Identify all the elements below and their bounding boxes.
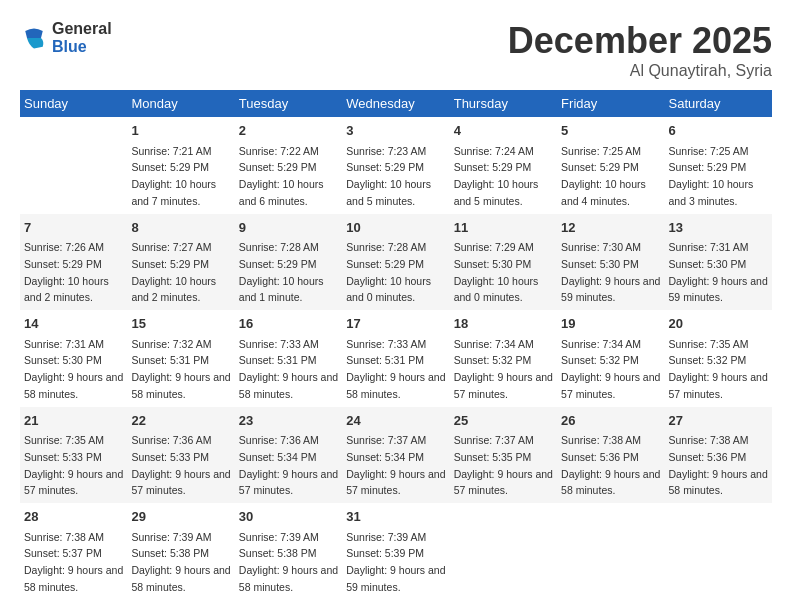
sunset-text: Sunset: 5:37 PM [24,547,102,559]
day-number: 28 [24,507,123,527]
sunrise-text: Sunrise: 7:25 AM [669,145,749,157]
day-number: 10 [346,218,445,238]
sunrise-text: Sunrise: 7:23 AM [346,145,426,157]
calendar-cell: 15Sunrise: 7:32 AMSunset: 5:31 PMDayligh… [127,310,234,407]
logo: General Blue [20,20,112,56]
calendar-cell: 4Sunrise: 7:24 AMSunset: 5:29 PMDaylight… [450,117,557,214]
sunrise-text: Sunrise: 7:36 AM [239,434,319,446]
calendar-cell: 14Sunrise: 7:31 AMSunset: 5:30 PMDayligh… [20,310,127,407]
day-number: 24 [346,411,445,431]
sunrise-text: Sunrise: 7:37 AM [346,434,426,446]
day-number: 7 [24,218,123,238]
calendar-cell: 12Sunrise: 7:30 AMSunset: 5:30 PMDayligh… [557,214,664,311]
daylight-text: Daylight: 9 hours and 57 minutes. [24,468,123,497]
calendar-cell: 9Sunrise: 7:28 AMSunset: 5:29 PMDaylight… [235,214,342,311]
calendar-cell: 10Sunrise: 7:28 AMSunset: 5:29 PMDayligh… [342,214,449,311]
sunrise-text: Sunrise: 7:27 AM [131,241,211,253]
calendar-cell: 3Sunrise: 7:23 AMSunset: 5:29 PMDaylight… [342,117,449,214]
daylight-text: Daylight: 10 hours and 4 minutes. [561,178,646,207]
calendar-cell [20,117,127,214]
sunset-text: Sunset: 5:29 PM [131,161,209,173]
daylight-text: Daylight: 10 hours and 5 minutes. [454,178,539,207]
sunset-text: Sunset: 5:29 PM [669,161,747,173]
day-number: 29 [131,507,230,527]
sunrise-text: Sunrise: 7:39 AM [131,531,211,543]
page-header: General Blue December 2025 Al Qunaytirah… [20,20,772,80]
sunrise-text: Sunrise: 7:30 AM [561,241,641,253]
daylight-text: Daylight: 9 hours and 58 minutes. [669,468,768,497]
sunset-text: Sunset: 5:29 PM [561,161,639,173]
day-number: 23 [239,411,338,431]
daylight-text: Daylight: 9 hours and 57 minutes. [346,468,445,497]
day-number: 27 [669,411,768,431]
daylight-text: Daylight: 10 hours and 7 minutes. [131,178,216,207]
sunset-text: Sunset: 5:35 PM [454,451,532,463]
daylight-text: Daylight: 9 hours and 57 minutes. [561,371,660,400]
calendar-cell: 13Sunrise: 7:31 AMSunset: 5:30 PMDayligh… [665,214,772,311]
sunrise-text: Sunrise: 7:26 AM [24,241,104,253]
sunset-text: Sunset: 5:38 PM [131,547,209,559]
calendar-cell: 27Sunrise: 7:38 AMSunset: 5:36 PMDayligh… [665,407,772,504]
daylight-text: Daylight: 9 hours and 57 minutes. [131,468,230,497]
sunset-text: Sunset: 5:36 PM [669,451,747,463]
day-number: 21 [24,411,123,431]
sunset-text: Sunset: 5:31 PM [131,354,209,366]
week-row-2: 7Sunrise: 7:26 AMSunset: 5:29 PMDaylight… [20,214,772,311]
sunrise-text: Sunrise: 7:39 AM [346,531,426,543]
daylight-text: Daylight: 9 hours and 59 minutes. [561,275,660,304]
sunset-text: Sunset: 5:33 PM [24,451,102,463]
sunset-text: Sunset: 5:29 PM [239,161,317,173]
sunset-text: Sunset: 5:31 PM [346,354,424,366]
calendar-cell: 7Sunrise: 7:26 AMSunset: 5:29 PMDaylight… [20,214,127,311]
sunset-text: Sunset: 5:29 PM [346,258,424,270]
day-number: 25 [454,411,553,431]
daylight-text: Daylight: 9 hours and 58 minutes. [24,564,123,593]
week-row-4: 21Sunrise: 7:35 AMSunset: 5:33 PMDayligh… [20,407,772,504]
week-row-1: 1Sunrise: 7:21 AMSunset: 5:29 PMDaylight… [20,117,772,214]
daylight-text: Daylight: 9 hours and 59 minutes. [346,564,445,593]
daylight-text: Daylight: 9 hours and 58 minutes. [561,468,660,497]
sunset-text: Sunset: 5:32 PM [454,354,532,366]
sunset-text: Sunset: 5:29 PM [454,161,532,173]
sunset-text: Sunset: 5:29 PM [24,258,102,270]
calendar-cell: 8Sunrise: 7:27 AMSunset: 5:29 PMDaylight… [127,214,234,311]
month-title: December 2025 [508,20,772,62]
daylight-text: Daylight: 9 hours and 57 minutes. [239,468,338,497]
sunset-text: Sunset: 5:30 PM [454,258,532,270]
calendar-cell [450,503,557,600]
day-number: 20 [669,314,768,334]
calendar-cell [665,503,772,600]
calendar-cell: 30Sunrise: 7:39 AMSunset: 5:38 PMDayligh… [235,503,342,600]
daylight-text: Daylight: 9 hours and 58 minutes. [131,564,230,593]
day-number: 16 [239,314,338,334]
calendar-cell: 25Sunrise: 7:37 AMSunset: 5:35 PMDayligh… [450,407,557,504]
sunset-text: Sunset: 5:30 PM [669,258,747,270]
calendar-cell: 18Sunrise: 7:34 AMSunset: 5:32 PMDayligh… [450,310,557,407]
calendar-cell: 17Sunrise: 7:33 AMSunset: 5:31 PMDayligh… [342,310,449,407]
weekday-header-wednesday: Wednesday [342,90,449,117]
calendar-cell: 5Sunrise: 7:25 AMSunset: 5:29 PMDaylight… [557,117,664,214]
day-number: 17 [346,314,445,334]
weekday-header-sunday: Sunday [20,90,127,117]
calendar-cell: 26Sunrise: 7:38 AMSunset: 5:36 PMDayligh… [557,407,664,504]
sunset-text: Sunset: 5:29 PM [346,161,424,173]
sunrise-text: Sunrise: 7:21 AM [131,145,211,157]
day-number: 11 [454,218,553,238]
sunrise-text: Sunrise: 7:33 AM [346,338,426,350]
sunset-text: Sunset: 5:38 PM [239,547,317,559]
weekday-header-saturday: Saturday [665,90,772,117]
daylight-text: Daylight: 10 hours and 3 minutes. [669,178,754,207]
sunset-text: Sunset: 5:29 PM [131,258,209,270]
day-number: 1 [131,121,230,141]
sunrise-text: Sunrise: 7:33 AM [239,338,319,350]
logo-text: General Blue [52,20,112,56]
day-number: 9 [239,218,338,238]
week-row-5: 28Sunrise: 7:38 AMSunset: 5:37 PMDayligh… [20,503,772,600]
calendar-cell: 31Sunrise: 7:39 AMSunset: 5:39 PMDayligh… [342,503,449,600]
weekday-header-thursday: Thursday [450,90,557,117]
sunrise-text: Sunrise: 7:25 AM [561,145,641,157]
weekday-header-monday: Monday [127,90,234,117]
weekday-header-row: SundayMondayTuesdayWednesdayThursdayFrid… [20,90,772,117]
calendar-cell: 20Sunrise: 7:35 AMSunset: 5:32 PMDayligh… [665,310,772,407]
daylight-text: Daylight: 10 hours and 5 minutes. [346,178,431,207]
